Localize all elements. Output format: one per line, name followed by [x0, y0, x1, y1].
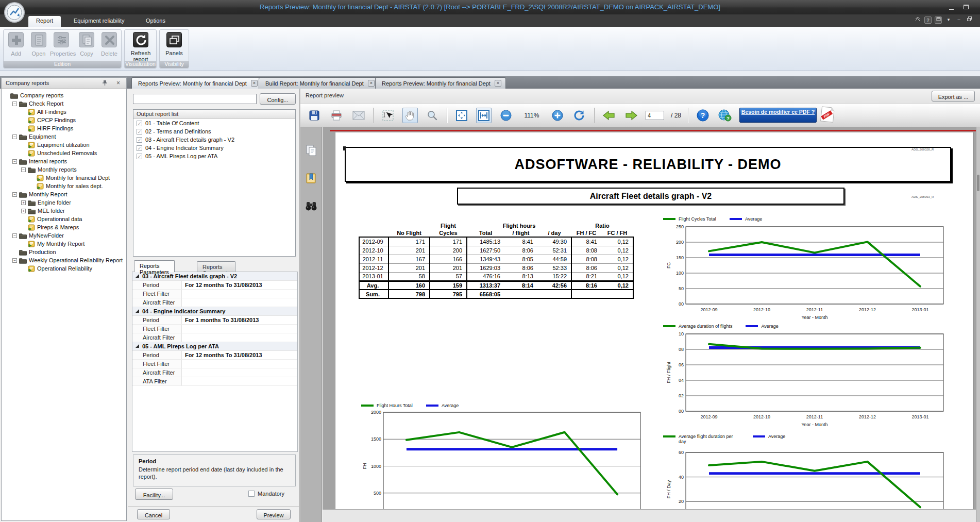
preview-vertical-scrollbar[interactable]	[976, 127, 980, 522]
bookmarks-icon[interactable]	[303, 171, 319, 186]
tree-item[interactable]: Production	[2, 248, 126, 256]
report-checkbox[interactable]: ✓	[137, 129, 142, 134]
tree-item[interactable]: Company reports	[2, 91, 126, 99]
expander-icon[interactable]: −	[12, 102, 17, 106]
parameter-row[interactable]: ATA Filter	[132, 377, 297, 386]
pin-panel-icon[interactable]	[102, 80, 108, 87]
expander-icon[interactable]: −	[12, 159, 17, 164]
config-button[interactable]: Config...	[260, 93, 296, 105]
parameter-group-header[interactable]: 05 - AML Pireps Log per ATA	[132, 342, 297, 351]
parameter-row[interactable]: Fleet Filter	[132, 325, 297, 333]
pdf-icon[interactable]: PDF	[819, 106, 835, 125]
parameter-value[interactable]	[182, 368, 185, 377]
expander-icon[interactable]: −	[12, 192, 17, 197]
zoom-in-button[interactable]	[550, 108, 565, 123]
parameter-row[interactable]: Aircraft Filter	[132, 333, 297, 342]
previous-page-button[interactable]	[601, 108, 617, 123]
tree-item[interactable]: −Check Report	[2, 99, 126, 108]
tree-item[interactable]: Monthly for financial Dept	[2, 174, 126, 182]
output-report-item[interactable]: ✓05 - AML Pireps Log per ATA	[133, 152, 295, 160]
expander-icon[interactable]: −	[12, 258, 17, 263]
document-tab[interactable]: Reports Preview: Monthly for financial D…	[375, 77, 506, 89]
parameter-row[interactable]: Aircraft Filter	[132, 298, 297, 307]
parameter-row[interactable]: PeriodFor 1 months To 31/08/2013	[132, 316, 297, 325]
tree-item[interactable]: All Findings	[2, 108, 126, 116]
document-tab[interactable]: Reports Preview: Monthly for financial D…	[131, 77, 262, 89]
tree-item[interactable]: −Equipment	[2, 132, 126, 141]
refresh-preview-button[interactable]	[572, 108, 587, 123]
email-button[interactable]	[351, 108, 366, 123]
close-tab-icon[interactable]: ×	[251, 80, 258, 87]
expander-icon[interactable]: −	[12, 134, 17, 139]
help-icon[interactable]: ?	[924, 16, 932, 24]
tree-item[interactable]: HIRF Findings	[2, 124, 126, 132]
mandatory-checkbox[interactable]	[248, 491, 255, 497]
open-button[interactable]: Open	[27, 32, 50, 57]
tree-item[interactable]: Operational Reliability	[2, 264, 126, 273]
document-tab[interactable]: Build Report: Monthly for financial Dept…	[259, 77, 379, 89]
tree-item[interactable]: +Engine folder	[2, 198, 126, 207]
tree-item[interactable]: −Internal reports	[2, 157, 126, 165]
zoom-out-button[interactable]	[498, 108, 514, 123]
parameter-value[interactable]	[182, 360, 185, 368]
close-tab-icon[interactable]: ×	[368, 80, 375, 87]
ribbon-tab-report[interactable]: Report	[28, 16, 61, 27]
help-button[interactable]: ?	[695, 108, 711, 123]
parameter-row[interactable]: PeriodFor 12 months To 31/08/2013	[132, 281, 297, 290]
maximize-button[interactable]	[964, 5, 971, 11]
page-number-input[interactable]	[646, 111, 664, 120]
tree-item[interactable]: Pireps & Mareps	[2, 223, 126, 231]
report-checkbox[interactable]: ✓	[137, 137, 142, 143]
app-logo-icon[interactable]	[4, 2, 25, 23]
collapse-triangle-icon[interactable]	[136, 344, 139, 348]
preview-bottom-scroll-area[interactable]	[323, 509, 976, 522]
tree-item[interactable]: −Monthly reports	[2, 165, 126, 174]
parameter-group-header[interactable]: 04 - Engine Indicator Summary	[132, 307, 297, 316]
report-checkbox[interactable]: ✓	[137, 154, 142, 159]
fit-width-button[interactable]	[476, 108, 492, 123]
hand-pan-tool[interactable]	[402, 108, 418, 123]
expander-icon[interactable]: −	[21, 167, 26, 172]
output-report-item[interactable]: ✓03 - Aircraft Fleet details graph - V2	[133, 136, 295, 144]
report-checkbox[interactable]: ✓	[137, 145, 142, 151]
tree-item[interactable]: Unscheduled Removals	[2, 149, 126, 157]
edit-pdf-banner[interactable]: Besoin de modifier ce PDF ?	[739, 108, 817, 123]
tree-item[interactable]: Monthly for sales dept.	[2, 182, 126, 190]
dropdown-caret-icon[interactable]: ▾	[945, 16, 952, 24]
export-as-button[interactable]: Export as ...	[932, 91, 975, 102]
output-report-item[interactable]: ✓02 - Terms and Definitions	[133, 127, 295, 136]
print-button[interactable]	[329, 108, 344, 123]
parameter-value[interactable]	[182, 377, 185, 385]
ribbon-tab-options[interactable]: Options	[138, 16, 173, 27]
preview-button[interactable]: Preview	[257, 509, 291, 519]
minimize-button[interactable]	[949, 5, 956, 11]
parameter-value[interactable]	[182, 290, 185, 298]
search-binoculars-icon[interactable]	[303, 198, 319, 214]
select-text-tool[interactable]	[380, 108, 396, 123]
tree-item[interactable]: +MEL folder	[2, 207, 126, 215]
facility-button[interactable]: Facility...	[135, 489, 173, 500]
online-help-button[interactable]: ?	[717, 108, 733, 123]
next-page-button[interactable]	[623, 108, 639, 123]
output-report-item[interactable]: ✓04 - Engine Indicator Summary	[133, 144, 295, 152]
parameter-value[interactable]: For 12 months To 31/08/2013	[182, 351, 262, 359]
expander-icon[interactable]: +	[21, 209, 26, 213]
parameter-value[interactable]	[182, 325, 185, 333]
tree-item[interactable]: −Monthly Report	[2, 190, 126, 198]
parameter-row[interactable]: Fleet Filter	[132, 290, 297, 298]
tab-reports-parameters[interactable]: Reports Parameters	[134, 260, 175, 272]
output-report-item[interactable]: ✓01 - Table Of Content	[133, 119, 295, 127]
tree-item[interactable]: −Weekly Operational Reliability Report	[2, 256, 126, 264]
tree-item[interactable]: My Monthly Report	[2, 240, 126, 248]
pin-window-icon[interactable]	[935, 16, 942, 24]
expander-icon[interactable]: +	[21, 200, 26, 205]
cancel-button[interactable]: Cancel	[137, 509, 170, 519]
parameter-row[interactable]: PeriodFor 12 months To 31/08/2013	[132, 351, 297, 360]
fit-page-button[interactable]	[454, 108, 469, 123]
parameter-value[interactable]	[182, 333, 185, 342]
collapse-triangle-icon[interactable]	[136, 309, 139, 313]
tree-item[interactable]: Operationnal data	[2, 215, 126, 223]
filter-input[interactable]	[133, 94, 257, 104]
parameter-value[interactable]: For 1 months To 31/08/2013	[182, 316, 259, 324]
ribbon-restore-icon[interactable]	[966, 16, 973, 24]
